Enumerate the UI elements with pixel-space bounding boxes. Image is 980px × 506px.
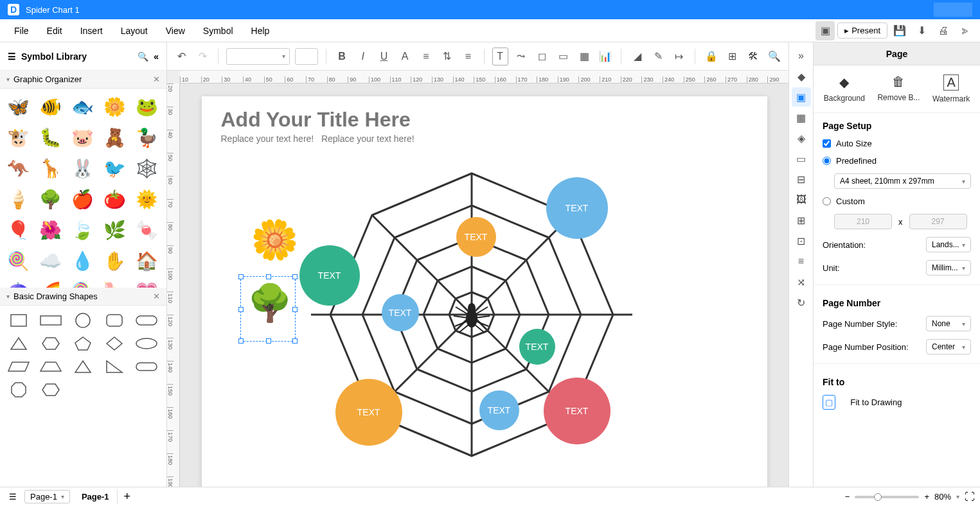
auto-size-checkbox[interactable] — [823, 139, 831, 148]
bold-button[interactable]: B — [334, 48, 350, 65]
page[interactable]: Add Your Title Here Replace your text he… — [202, 96, 767, 487]
table-button[interactable]: ▦ — [576, 48, 592, 65]
shape-octagon[interactable] — [5, 380, 32, 399]
node-text[interactable]: TEXT — [546, 177, 608, 239]
symbol-item[interactable]: 💗 — [134, 279, 160, 288]
slideshow-icon-button[interactable]: ▣ — [815, 21, 835, 40]
shape-hex2[interactable] — [37, 380, 64, 399]
font-color-button[interactable]: A — [397, 48, 413, 65]
shape-circle[interactable] — [69, 311, 96, 330]
zoom-slider[interactable] — [855, 496, 919, 498]
symbol-item[interactable]: ✋ — [102, 248, 128, 274]
symbol-item[interactable]: 🍎 — [69, 186, 95, 212]
width-input[interactable]: 210 — [834, 214, 892, 229]
height-input[interactable]: 297 — [909, 214, 967, 229]
history-tab-icon[interactable]: ↻ — [792, 293, 811, 312]
shape-triangle[interactable] — [5, 334, 32, 353]
canvas-area[interactable]: Add Your Title Here Replace your text he… — [180, 83, 788, 487]
symbol-item[interactable]: 💧 — [69, 248, 95, 274]
symbol-item[interactable]: 🍃 — [69, 217, 95, 243]
shape-pentagon[interactable] — [69, 334, 96, 353]
menu-file[interactable]: File — [5, 22, 38, 40]
symbol-item[interactable]: ☁️ — [37, 248, 63, 274]
underline-button[interactable]: U — [376, 48, 392, 65]
stroke-button[interactable]: ✎ — [650, 48, 666, 65]
connector-button[interactable]: ⤳ — [513, 48, 530, 65]
tree-tab-icon[interactable]: ⊞ — [792, 211, 811, 230]
remove-bg-button[interactable]: 🗑Remove B... — [877, 74, 920, 103]
shuffle-tab-icon[interactable]: ⤨ — [792, 272, 811, 292]
menu-insert[interactable]: Insert — [71, 22, 112, 40]
presentation-tab-icon[interactable]: ▭ — [792, 149, 811, 168]
print-icon-button[interactable]: 🖨 — [934, 21, 953, 40]
shape-stadium[interactable] — [133, 357, 160, 376]
shape-ellipse[interactable] — [133, 334, 160, 353]
symbol-item[interactable]: 🐮 — [5, 125, 31, 150]
watermark-button[interactable]: AWatermark — [932, 74, 970, 103]
menu-view[interactable]: View — [157, 22, 194, 40]
image-tab-icon[interactable]: 🖼 — [792, 190, 811, 209]
section-graphic-organizer[interactable]: ▾ Graphic Organizer ✕ — [0, 71, 166, 89]
shape-parallelogram[interactable] — [5, 357, 32, 376]
tools-button[interactable]: 🛠 — [745, 48, 762, 65]
symbol-item[interactable]: 🌺 — [37, 217, 63, 243]
node-text[interactable]: TEXT — [382, 294, 419, 331]
symbol-item[interactable]: 🌞 — [134, 186, 160, 212]
lock-button[interactable]: 🔒 — [703, 48, 719, 65]
symbol-item[interactable]: 🕸️ — [134, 155, 160, 181]
node-text[interactable]: TEXT — [456, 217, 496, 257]
shape-trapezoid[interactable] — [37, 357, 64, 376]
shape-rect[interactable] — [37, 311, 64, 330]
page-tab[interactable]: Page-1 — [74, 489, 118, 504]
fill-button[interactable]: ◢ — [629, 48, 645, 65]
fill-tab-icon[interactable]: ◆ — [792, 67, 811, 86]
symbol-item[interactable]: 🍡 — [102, 279, 128, 288]
pages-list-icon[interactable]: ☰ — [5, 492, 21, 502]
close-icon[interactable]: ✕ — [153, 292, 160, 301]
zoom-out-button[interactable]: − — [845, 492, 850, 502]
node-text[interactable]: TEXT — [335, 379, 402, 446]
undo-button[interactable]: ↶ — [174, 48, 190, 65]
symbol-item[interactable]: 🦋 — [5, 94, 31, 119]
menu-symbol[interactable]: Symbol — [194, 22, 242, 40]
paper-size-select[interactable]: A4 sheet, 210mm x 297mm▾ — [834, 173, 971, 189]
zoom-in-button[interactable]: + — [924, 492, 929, 502]
shape-square[interactable] — [5, 311, 32, 330]
predefined-radio[interactable] — [823, 157, 831, 165]
fit-drawing-icon[interactable]: ▢ — [823, 395, 835, 410]
fullscreen-button[interactable]: ⛶ — [965, 491, 975, 503]
symbol-item[interactable]: 🌿 — [102, 217, 128, 243]
symbol-item[interactable]: 🌳 — [37, 186, 63, 212]
unit-select[interactable]: Millim...▾ — [926, 260, 971, 275]
pn-pos-select[interactable]: Center▾ — [926, 339, 971, 354]
symbol-item[interactable]: 🐛 — [37, 125, 63, 150]
symbol-item[interactable]: 🍅 — [102, 186, 128, 212]
collapse-icon[interactable]: « — [154, 51, 159, 62]
page-tab-icon[interactable]: ▣ — [792, 87, 811, 107]
node-text[interactable]: TEXT — [519, 329, 555, 365]
font-size-select[interactable] — [295, 48, 318, 65]
orientation-select[interactable]: Lands...▾ — [926, 237, 971, 252]
node-text[interactable]: TEXT — [299, 245, 360, 306]
symbol-item[interactable]: 🐸 — [134, 94, 160, 119]
line-spacing-button[interactable]: ⇅ — [439, 48, 455, 65]
group-button[interactable]: ⊞ — [724, 48, 740, 65]
share-icon-button[interactable]: ⪢ — [956, 21, 975, 40]
text-align-button[interactable]: ≡ — [460, 48, 476, 65]
background-button[interactable]: ◆Background — [824, 74, 865, 103]
selection-box[interactable]: 🌳 ✥ — [240, 276, 296, 342]
symbol-item[interactable]: 🏠 — [134, 248, 160, 274]
custom-radio[interactable] — [823, 197, 831, 205]
node-text[interactable]: TEXT — [479, 390, 519, 430]
data-tab-icon[interactable]: ⊟ — [792, 170, 811, 189]
font-family-select[interactable]: ▾ — [226, 48, 290, 65]
page-subtitle[interactable]: Replace your text here! Replace your tex… — [221, 134, 414, 144]
symbol-item[interactable]: 🐠 — [37, 94, 63, 119]
section-basic-shapes[interactable]: ▾ Basic Drawing Shapes ✕ — [0, 288, 166, 306]
layers-tab-icon[interactable]: ◈ — [792, 128, 811, 148]
expand-icon[interactable]: » — [792, 46, 811, 65]
symbol-item[interactable]: 🌈 — [37, 279, 63, 288]
menu-edit[interactable]: Edit — [38, 22, 71, 40]
symbol-item[interactable]: 🍭 — [69, 279, 95, 288]
export-icon-button[interactable]: ⬇ — [912, 21, 931, 40]
